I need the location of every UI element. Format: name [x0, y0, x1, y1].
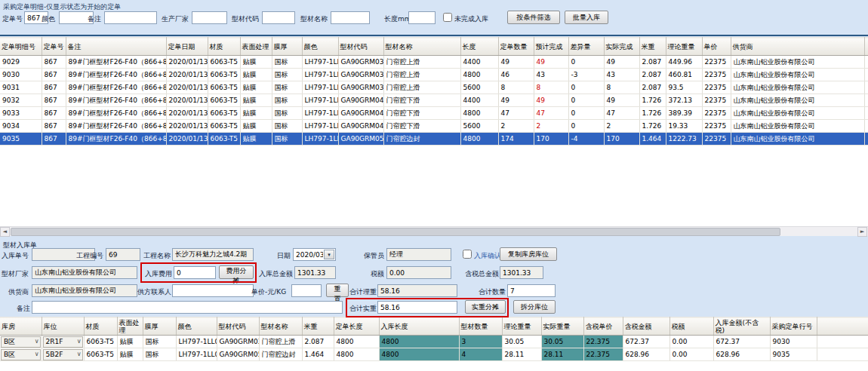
supplier-input[interactable] — [32, 284, 137, 297]
cell[interactable]: LH797-1LL0 — [302, 56, 338, 69]
cell[interactable]: 贴膜 — [240, 69, 272, 81]
column-header[interactable]: 定单号 — [42, 38, 66, 56]
cell[interactable]: 8 — [534, 81, 568, 94]
filter-by-condition-button[interactable]: 按条件筛选 — [507, 11, 560, 24]
cell[interactable]: 门帘腔下滑 — [383, 94, 460, 107]
cell[interactable]: 170 — [604, 133, 639, 146]
cell[interactable]: 49 — [534, 94, 568, 107]
cell[interactable]: -4 — [568, 133, 604, 146]
cell[interactable]: 2020/01/13 — [166, 133, 208, 146]
cell[interactable]: 2.087 — [639, 69, 666, 81]
cell[interactable]: 4800 — [460, 69, 498, 81]
cell[interactable]: 国标 — [272, 56, 302, 69]
cell[interactable]: 9032 — [0, 94, 42, 107]
table-row[interactable]: 903086789#门框型材F26-F40（866+867）2020/01/13… — [0, 69, 868, 81]
cell[interactable]: 0 — [568, 120, 604, 133]
column-header[interactable]: 库房 — [0, 317, 42, 336]
cell[interactable]: 5600 — [460, 81, 498, 94]
cell[interactable]: 2.087 — [639, 56, 666, 69]
supplier-contact-input[interactable] — [172, 284, 254, 297]
column-header[interactable]: 材质 — [208, 38, 240, 56]
cell[interactable]: GA90GRM05 — [217, 348, 259, 361]
cell[interactable]: 22.375 — [583, 336, 623, 348]
column-header[interactable]: 米重 — [302, 317, 334, 336]
cell[interactable]: 山东南山铝业股份有限公司 — [731, 94, 864, 107]
cell[interactable]: 4800 — [460, 107, 498, 120]
cell[interactable]: 43 — [534, 69, 568, 81]
cell[interactable]: 6063-T5 — [84, 348, 117, 361]
cell[interactable]: 22375 — [702, 69, 731, 81]
cell[interactable]: 4400 — [460, 56, 498, 69]
cell[interactable]: 49 — [498, 56, 534, 69]
column-header[interactable]: 表面处理 — [240, 38, 272, 56]
cell[interactable]: 5B2F∨ — [42, 348, 84, 361]
filter-profile-code-input[interactable] — [262, 11, 295, 24]
cell[interactable]: 2020/01/13 — [166, 56, 208, 69]
cell[interactable]: 867 — [42, 107, 66, 120]
cell[interactable]: GA90GRM04 — [338, 120, 383, 133]
cell[interactable]: 1.726 — [639, 107, 666, 120]
cell[interactable]: GA90GRM03 — [338, 56, 383, 69]
cell[interactable]: 国标 — [272, 81, 302, 94]
cell[interactable]: 2020/01/13 — [166, 94, 208, 107]
filter-manufacturer-input[interactable] — [192, 11, 227, 24]
copy-warehouse-location-button[interactable]: 复制库房库位 — [500, 247, 557, 261]
total-with-tax-input[interactable] — [500, 266, 543, 279]
cell[interactable]: 22375 — [702, 56, 731, 69]
cell[interactable]: 1222.73 — [666, 133, 702, 146]
project-name-input[interactable] — [172, 248, 254, 261]
cell[interactable]: LH797-1LL0 — [302, 69, 338, 81]
table-row[interactable]: 903486789#门框型材F26-F40（866+867）2020/01/13… — [0, 120, 868, 133]
horizontal-scrollbar[interactable]: ◄ ► — [0, 226, 868, 236]
inbound-confirm-checkbox[interactable] — [463, 250, 472, 259]
cell[interactable]: 22375 — [702, 81, 731, 94]
cell[interactable]: GA90GRM04 — [338, 94, 383, 107]
cell[interactable]: 9030 — [770, 336, 817, 348]
cell[interactable]: 山东南山铝业股份有限公司 — [731, 69, 864, 81]
column-header[interactable]: 膜厚 — [272, 38, 302, 56]
cell[interactable]: 5600 — [460, 120, 498, 133]
column-header[interactable]: 实际重量 — [541, 317, 583, 336]
column-header[interactable]: 型材代码 — [338, 38, 383, 56]
split-location-button[interactable]: 拆分库位 — [513, 300, 556, 314]
cell[interactable]: 贴膜 — [240, 120, 272, 133]
column-header[interactable]: 预计完成 — [534, 38, 568, 56]
column-header[interactable]: 型材名称 — [259, 317, 302, 336]
cell[interactable]: 22375 — [702, 107, 731, 120]
inbound-fee-input[interactable] — [174, 266, 216, 279]
total-qty-input[interactable] — [507, 284, 556, 297]
batch-inbound-button[interactable]: 批量入库 — [565, 11, 608, 24]
cell[interactable]: 89#门框型材F26-F40（866+867） — [66, 133, 166, 146]
reset-button[interactable]: 重置 — [326, 284, 349, 297]
cell[interactable]: 28.11 — [502, 348, 541, 361]
cell[interactable]: 门帘腔下滑 — [383, 107, 460, 120]
cell[interactable]: 19.33 — [666, 120, 702, 133]
cell[interactable]: 47 — [534, 107, 568, 120]
table-row[interactable]: B区∨5B2F∨6063-T5贴膜国标LH797-1LL0GA90GRM05门帘… — [0, 348, 868, 361]
cell[interactable]: 174 — [498, 133, 534, 146]
cell[interactable]: B区∨ — [0, 336, 42, 348]
cell[interactable]: 30.05 — [541, 336, 583, 348]
column-header[interactable]: 实际完成 — [604, 38, 639, 56]
cell[interactable]: 49 — [604, 56, 639, 69]
cell[interactable]: 2 — [498, 120, 534, 133]
cell[interactable]: 9035 — [0, 133, 42, 146]
cell[interactable]: 2 — [534, 120, 568, 133]
column-header[interactable]: 含税单价 — [583, 317, 623, 336]
cell[interactable]: 4800 — [334, 336, 379, 348]
cell[interactable]: 672.37 — [623, 336, 669, 348]
cell[interactable]: LH797-1LL0 — [176, 348, 217, 361]
dropdown-arrow-icon[interactable]: ∨ — [77, 351, 82, 357]
cell[interactable]: 0 — [568, 107, 604, 120]
cell[interactable]: 门帘腔边封 — [383, 133, 460, 146]
cell[interactable]: GA90GRM05 — [338, 133, 383, 146]
tax-input[interactable] — [386, 266, 451, 279]
cell[interactable]: -3 — [568, 69, 604, 81]
cell[interactable]: 89#门框型材F26-F40（866+867） — [66, 94, 166, 107]
column-header[interactable]: 含税金额 — [623, 317, 669, 336]
column-header[interactable]: 长度 — [460, 38, 498, 56]
cell[interactable]: GA90GRM03 — [217, 336, 259, 348]
column-header[interactable]: 入库金额(不含税) — [713, 317, 770, 336]
cell[interactable]: 22.375 — [583, 348, 623, 361]
cell[interactable]: 867 — [42, 56, 66, 69]
